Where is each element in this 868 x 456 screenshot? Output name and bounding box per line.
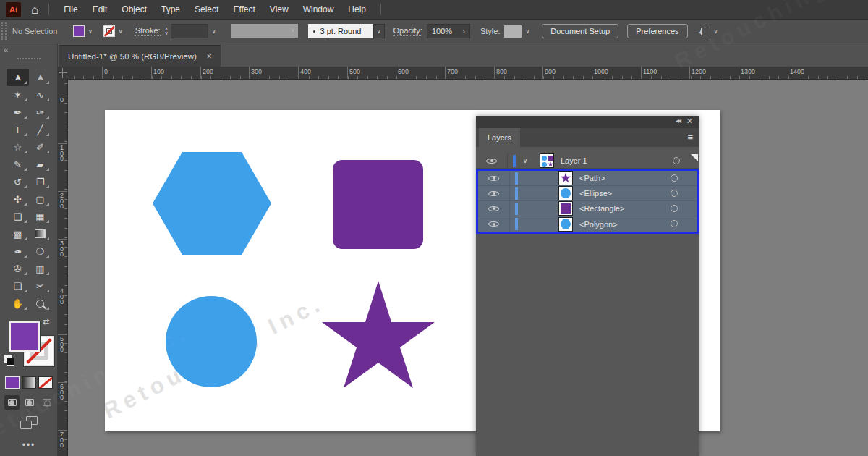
target-circle[interactable] [671, 190, 678, 197]
menu-item-view[interactable]: View [263, 1, 296, 18]
shaper-tool[interactable]: ✎ [7, 156, 29, 173]
fill-proxy-swatch[interactable] [9, 321, 40, 352]
panel-close-icon[interactable]: ✕ [686, 117, 693, 126]
eyedropper-tool[interactable]: ✒ [7, 242, 29, 260]
menu-item-help[interactable]: Help [341, 1, 373, 18]
edit-toolbar-ellipsis[interactable]: ••• [0, 440, 58, 450]
hand-tool[interactable]: ✋ [7, 295, 29, 312]
layers-panel-header[interactable]: ◂◂ ✕ [476, 116, 699, 128]
opacity-field[interactable]: 100% › [427, 24, 470, 38]
fill-color-swatch[interactable] [73, 25, 85, 37]
draw-behind-button[interactable] [22, 395, 37, 410]
rotate-tool[interactable]: ↺ [7, 173, 29, 190]
sublayer-name[interactable]: <Polygon> [579, 220, 697, 229]
pen-tool[interactable]: ✒ [7, 104, 29, 121]
target-circle[interactable] [671, 174, 678, 182]
paintbrush-tool[interactable]: ✐ [29, 138, 51, 156]
default-fill-stroke-icon[interactable] [4, 355, 13, 364]
rounded-rectangle-shape[interactable] [333, 160, 423, 249]
stroke-label[interactable]: Stroke: [135, 26, 161, 36]
target-circle[interactable] [671, 220, 678, 227]
stroke-weight-stepper[interactable]: ∧∨ [165, 27, 169, 35]
eye-icon[interactable] [486, 156, 497, 166]
visibility-cell[interactable] [478, 201, 510, 216]
document-tab[interactable]: Untitled-1* @ 50 % (RGB/Preview) × [59, 45, 221, 67]
gradient-tool[interactable] [29, 225, 51, 242]
menu-item-file[interactable]: File [56, 1, 85, 18]
vertical-ruler[interactable]: 01 0 02 0 03 0 04 0 05 0 06 0 07 0 0 [58, 80, 68, 456]
style-dropdown[interactable] [504, 25, 522, 38]
panel-menu-icon[interactable]: ≡ [687, 132, 693, 143]
sublayer-thumbnail[interactable] [558, 186, 573, 200]
mesh-tool[interactable]: ▩ [7, 225, 29, 242]
menu-item-effect[interactable]: Effect [226, 1, 262, 18]
ruler-origin[interactable] [58, 67, 68, 80]
draw-normal-button[interactable] [4, 395, 20, 410]
visibility-cell[interactable] [476, 153, 508, 168]
sublayer-row-polygon[interactable]: <Polygon> [478, 216, 697, 232]
isolate-selected-object-icon[interactable] [701, 28, 710, 35]
zoom-tool[interactable] [29, 295, 51, 312]
eye-icon[interactable] [488, 203, 499, 214]
circle-shape[interactable] [166, 296, 257, 387]
home-icon[interactable]: ⌂ [31, 4, 38, 16]
eye-icon[interactable] [488, 219, 499, 229]
toolbar-grip[interactable] [17, 58, 41, 59]
stroke-color-swatch[interactable] [103, 25, 115, 37]
document-setup-button[interactable]: Document Setup [542, 24, 618, 38]
opacity-arrow-icon[interactable]: › [463, 28, 465, 35]
stroke-weight-field[interactable] [171, 24, 208, 38]
horizontal-ruler[interactable]: 0010020030040050060070080090010001100120… [58, 67, 868, 80]
artboard-tool[interactable]: ❏ [7, 277, 29, 295]
tab-close-icon[interactable]: × [207, 51, 212, 62]
arrange-chevron-icon[interactable]: ∨ [710, 28, 722, 35]
scale-tool[interactable]: ❐ [29, 173, 51, 190]
lasso-tool[interactable]: ∿ [29, 86, 51, 104]
sublayer-thumbnail[interactable] [558, 217, 573, 232]
sublayer-row-path[interactable]: <Path> [478, 171, 697, 186]
sublayer-row-rectangle[interactable]: <Rectangle> [478, 201, 697, 216]
shape-builder-tool[interactable]: ❑ [7, 208, 29, 225]
eye-icon[interactable] [488, 173, 499, 184]
style-chevron-icon[interactable]: ∨ [522, 28, 533, 35]
target-circle[interactable] [671, 205, 678, 212]
swap-fill-stroke-icon[interactable]: ⇄ [43, 317, 49, 326]
stroke-weight-chevron-icon[interactable]: ∨ [208, 28, 220, 35]
menu-item-type[interactable]: Type [154, 1, 187, 18]
toolbar-collapse-icon[interactable]: « [4, 46, 8, 54]
visibility-cell[interactable] [478, 171, 510, 185]
magic-wand-tool[interactable]: ✶ [7, 86, 29, 104]
graph-tool[interactable]: ▥ [29, 260, 51, 277]
brush-chevron-icon[interactable]: ∨ [373, 24, 385, 38]
sublayer-name[interactable]: <Ellipse> [579, 189, 697, 198]
line-segment-tool[interactable]: ╱ [29, 121, 51, 138]
menu-item-select[interactable]: Select [187, 1, 226, 18]
target-circle[interactable] [673, 157, 680, 164]
panel-collapse-icon[interactable]: ◂◂ [676, 117, 680, 124]
sublayer-row-ellipse[interactable]: <Ellipse> [478, 186, 697, 201]
expand-chevron-icon[interactable]: ∨ [521, 157, 529, 164]
layer-row-layer1[interactable]: ∨ Layer 1 [476, 153, 699, 169]
eye-icon[interactable] [488, 188, 499, 199]
blend-tool[interactable]: ❍ [29, 242, 51, 260]
opacity-label[interactable]: Opacity: [393, 26, 422, 36]
slice-tool[interactable]: ✂ [29, 277, 51, 295]
visibility-cell[interactable] [478, 186, 510, 200]
hexagon-shape[interactable] [153, 152, 271, 255]
curvature-tool[interactable]: ✑ [29, 104, 51, 121]
gradient-button[interactable] [22, 376, 36, 389]
layer-thumbnail[interactable] [540, 153, 554, 168]
free-transform-tool[interactable]: ▢ [29, 190, 51, 208]
symbol-sprayer-tool[interactable]: ✇ [7, 260, 29, 277]
stroke-chevron-icon[interactable]: ∨ [115, 28, 127, 35]
menu-item-object[interactable]: Object [114, 1, 154, 18]
visibility-cell[interactable] [478, 216, 510, 232]
sublayer-name[interactable]: <Path> [579, 174, 697, 182]
none-button[interactable] [38, 376, 53, 389]
fill-chevron-icon[interactable]: ∨ [85, 28, 96, 35]
selection-tool[interactable]: ➤ [7, 69, 29, 86]
width-tool[interactable]: ✣ [7, 190, 29, 208]
type-tool[interactable]: T [7, 121, 29, 138]
panel-grip[interactable] [1, 22, 7, 40]
illustrator-logo-icon[interactable]: Ai [6, 2, 21, 17]
